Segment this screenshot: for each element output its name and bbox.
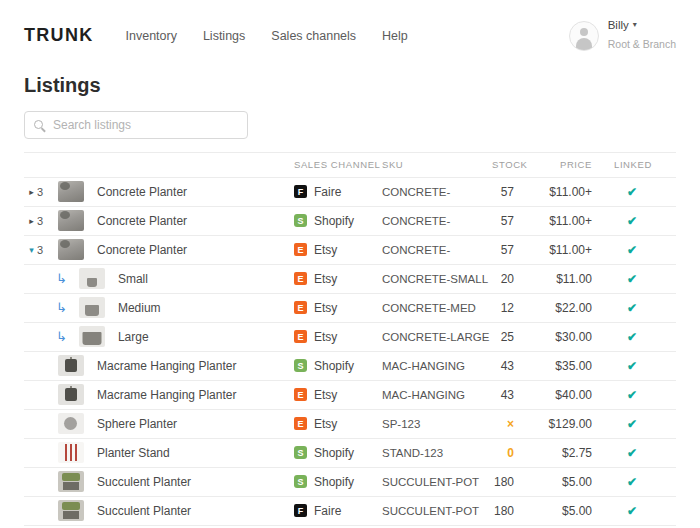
product-thumbnail <box>58 384 84 405</box>
linked-check-icon: ✔ <box>627 214 637 228</box>
channel-cell: F Faire <box>294 504 382 518</box>
avatar[interactable] <box>569 21 599 51</box>
price: $22.00 <box>536 301 614 315</box>
channel-icon: S <box>294 475 307 488</box>
brand-logo[interactable]: Trunk <box>24 25 94 46</box>
price: $11.00+ <box>536 214 614 228</box>
linked-cell: ✔ <box>614 243 676 257</box>
channel-name: Etsy <box>314 301 337 315</box>
col-stock: STOCK <box>492 159 536 170</box>
channel-cell: S Shopify <box>294 359 382 373</box>
linked-cell: ✔ <box>614 417 676 431</box>
price: $11.00 <box>536 272 614 286</box>
product-name: Planter Stand <box>97 446 170 460</box>
expand-caret-icon[interactable]: ▾ <box>26 245 37 255</box>
stock: 20 <box>492 272 536 286</box>
stock: 12 <box>492 301 536 315</box>
nav-item-help[interactable]: Help <box>382 29 408 43</box>
sku: CONCRETE- <box>382 186 492 198</box>
channel-icon: E <box>294 272 307 285</box>
sku: CONCRETE-MED <box>382 302 492 314</box>
sku: CONCRETE- <box>382 215 492 227</box>
name-cell: ▸ 3 Concrete Planter <box>24 181 294 202</box>
product-name: Concrete Planter <box>97 214 187 228</box>
nav-item-listings[interactable]: Listings <box>203 29 245 43</box>
nav-item-sales-channels[interactable]: Sales channels <box>271 29 356 43</box>
table-row[interactable]: ↳ Large E Etsy CONCRETE-LARGE 25 $30.00 … <box>24 323 676 352</box>
product-name: Sphere Planter <box>97 417 177 431</box>
table-row[interactable]: Sphere Planter E Etsy SP-123 × $129.00 ✔ <box>24 410 676 439</box>
col-sales-channel: SALES CHANNEL <box>294 159 382 170</box>
name-cell: Succulent Planter <box>24 471 294 492</box>
product-name: Succulent Planter <box>97 504 191 518</box>
product-name: Medium <box>118 301 161 315</box>
name-cell: Succulent Planter <box>24 500 294 521</box>
product-thumbnail <box>58 210 84 231</box>
sku: CONCRETE-SMALL <box>382 273 492 285</box>
table-row[interactable]: ▾ 3 Concrete Planter E Etsy CONCRETE- 57… <box>24 236 676 265</box>
linked-check-icon: ✔ <box>627 475 637 489</box>
variant-count: 3 <box>37 244 48 256</box>
linked-cell: ✔ <box>614 185 676 199</box>
channel-name: Shopify <box>314 214 354 228</box>
channel-cell: S Shopify <box>294 475 382 489</box>
nav-item-inventory[interactable]: Inventory <box>126 29 177 43</box>
stock: 25 <box>492 330 536 344</box>
name-cell: Macrame Hanging Planter <box>24 384 294 405</box>
channel-name: Etsy <box>314 243 337 257</box>
search-box[interactable] <box>24 111 248 139</box>
table-row[interactable]: Succulent Planter F Faire SUCCULENT-POT … <box>24 497 676 526</box>
table-row[interactable]: Planter Stand S Shopify STAND-123 0 $2.7… <box>24 439 676 468</box>
channel-name: Etsy <box>314 330 337 344</box>
col-price: PRICE <box>536 159 614 170</box>
table-row[interactable]: ▸ 3 Concrete Planter S Shopify CONCRETE-… <box>24 207 676 236</box>
linked-cell: ✔ <box>614 359 676 373</box>
linked-check-icon: ✔ <box>627 388 637 402</box>
name-cell: Macrame Hanging Planter <box>24 355 294 376</box>
sku: STAND-123 <box>382 447 492 459</box>
table-row[interactable]: ↳ Small E Etsy CONCRETE-SMALL 20 $11.00 … <box>24 265 676 294</box>
name-cell: ↳ Medium <box>24 297 294 318</box>
stock: 180 <box>492 475 536 489</box>
linked-check-icon: ✔ <box>627 417 637 431</box>
user-menu[interactable]: Billy ▾ Root & Branch <box>569 18 676 54</box>
table-row[interactable]: ▸ 3 Concrete Planter F Faire CONCRETE- 5… <box>24 178 676 207</box>
channel-icon: S <box>294 214 307 227</box>
expand-caret-icon[interactable]: ▸ <box>26 187 37 197</box>
name-cell: ▾ 3 Concrete Planter <box>24 239 294 260</box>
name-cell: Planter Stand <box>24 442 294 463</box>
channel-name: Shopify <box>314 446 354 460</box>
price: $129.00 <box>536 417 614 431</box>
product-name: Macrame Hanging Planter <box>97 388 236 402</box>
price: $11.00+ <box>536 243 614 257</box>
channel-icon: E <box>294 417 307 430</box>
channel-cell: E Etsy <box>294 417 382 431</box>
linked-check-icon: ✔ <box>627 330 637 344</box>
linked-check-icon: ✔ <box>627 301 637 315</box>
expand-caret-icon[interactable]: ▸ <box>26 216 37 226</box>
sku: SUCCULENT-POT <box>382 476 492 488</box>
channel-name: Etsy <box>314 417 337 431</box>
linked-cell: ✔ <box>614 330 676 344</box>
channel-cell: E Etsy <box>294 301 382 315</box>
product-thumbnail <box>58 181 84 202</box>
linked-cell: ✔ <box>614 214 676 228</box>
channel-icon: F <box>294 504 307 517</box>
table-header: SALES CHANNEL SKU STOCK PRICE LINKED <box>24 152 676 178</box>
product-name: Small <box>118 272 148 286</box>
table-row[interactable]: Macrame Hanging Planter E Etsy MAC-HANGI… <box>24 381 676 410</box>
linked-check-icon: ✔ <box>627 359 637 373</box>
sku: SP-123 <box>382 418 492 430</box>
variant-count: 3 <box>37 215 48 227</box>
product-thumbnail <box>58 471 84 492</box>
table-row[interactable]: Succulent Planter S Shopify SUCCULENT-PO… <box>24 468 676 497</box>
linked-cell: ✔ <box>614 504 676 518</box>
table-row[interactable]: ↳ Medium E Etsy CONCRETE-MED 12 $22.00 ✔ <box>24 294 676 323</box>
price: $30.00 <box>536 330 614 344</box>
product-name: Large <box>118 330 149 344</box>
child-arrow-icon: ↳ <box>56 329 67 344</box>
product-thumbnail <box>58 500 84 521</box>
product-thumbnail <box>58 442 84 463</box>
table-row[interactable]: Macrame Hanging Planter S Shopify MAC-HA… <box>24 352 676 381</box>
search-input[interactable] <box>51 117 238 133</box>
